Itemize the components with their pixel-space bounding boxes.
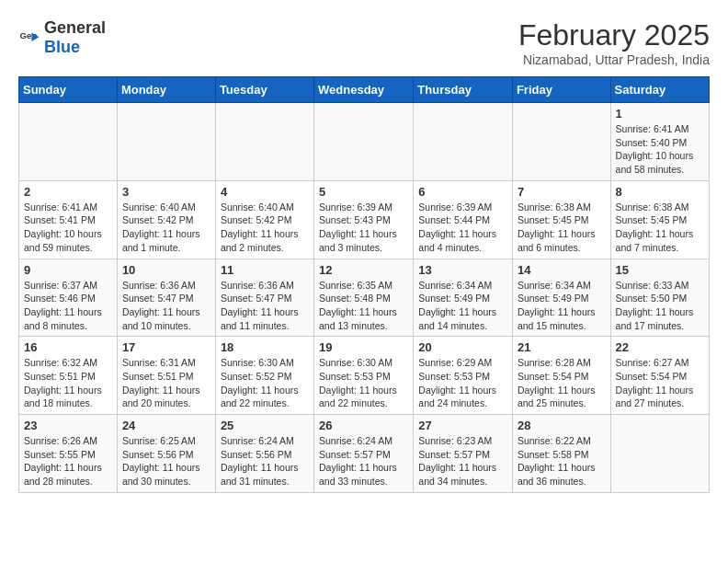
calendar-cell <box>117 103 215 181</box>
day-info: Sunrise: 6:22 AM Sunset: 5:58 PM Dayligh… <box>518 434 606 488</box>
day-number: 5 <box>319 185 408 199</box>
calendar-cell: 20Sunrise: 6:29 AM Sunset: 5:53 PM Dayli… <box>414 337 513 415</box>
calendar-cell: 27Sunrise: 6:23 AM Sunset: 5:57 PM Dayli… <box>414 415 513 493</box>
calendar-week-row: 16Sunrise: 6:32 AM Sunset: 5:51 PM Dayli… <box>19 337 710 415</box>
day-info: Sunrise: 6:34 AM Sunset: 5:49 PM Dayligh… <box>418 279 507 333</box>
day-number: 6 <box>418 185 507 199</box>
day-number: 9 <box>24 263 112 277</box>
calendar-week-row: 1Sunrise: 6:41 AM Sunset: 5:40 PM Daylig… <box>19 103 710 181</box>
day-number: 27 <box>418 419 507 432</box>
day-number: 4 <box>221 185 309 199</box>
day-number: 22 <box>616 340 704 354</box>
calendar-week-row: 9Sunrise: 6:37 AM Sunset: 5:46 PM Daylig… <box>19 259 710 337</box>
day-number: 21 <box>518 340 606 354</box>
day-number: 13 <box>418 263 507 277</box>
calendar-week-row: 23Sunrise: 6:26 AM Sunset: 5:55 PM Dayli… <box>19 415 710 493</box>
calendar-cell: 15Sunrise: 6:33 AM Sunset: 5:50 PM Dayli… <box>610 259 709 337</box>
day-number: 8 <box>616 185 704 199</box>
calendar-cell <box>19 103 118 181</box>
calendar-table: SundayMondayTuesdayWednesdayThursdayFrid… <box>18 76 710 493</box>
calendar-cell: 4Sunrise: 6:40 AM Sunset: 5:42 PM Daylig… <box>215 180 313 259</box>
page-header: Gen General Blue February 2025 Nizamabad… <box>18 18 710 67</box>
calendar-header-saturday: Saturday <box>610 77 709 103</box>
calendar-cell <box>414 103 513 181</box>
day-info: Sunrise: 6:30 AM Sunset: 5:53 PM Dayligh… <box>319 356 408 410</box>
calendar-cell: 13Sunrise: 6:34 AM Sunset: 5:49 PM Dayli… <box>414 259 513 337</box>
day-info: Sunrise: 6:30 AM Sunset: 5:52 PM Dayligh… <box>221 356 309 410</box>
day-info: Sunrise: 6:41 AM Sunset: 5:41 PM Dayligh… <box>24 201 112 255</box>
day-info: Sunrise: 6:35 AM Sunset: 5:48 PM Dayligh… <box>319 279 408 333</box>
calendar-cell: 1Sunrise: 6:41 AM Sunset: 5:40 PM Daylig… <box>610 103 709 181</box>
calendar-cell: 9Sunrise: 6:37 AM Sunset: 5:46 PM Daylig… <box>19 259 118 337</box>
day-number: 19 <box>319 340 408 354</box>
calendar-cell: 26Sunrise: 6:24 AM Sunset: 5:57 PM Dayli… <box>314 415 414 493</box>
day-info: Sunrise: 6:26 AM Sunset: 5:55 PM Dayligh… <box>24 434 112 488</box>
calendar-header-sunday: Sunday <box>19 77 118 103</box>
day-number: 24 <box>122 419 210 432</box>
calendar-header-wednesday: Wednesday <box>314 77 414 103</box>
day-info: Sunrise: 6:39 AM Sunset: 5:43 PM Dayligh… <box>319 201 408 255</box>
calendar-cell: 7Sunrise: 6:38 AM Sunset: 5:45 PM Daylig… <box>512 180 610 259</box>
calendar-cell: 14Sunrise: 6:34 AM Sunset: 5:49 PM Dayli… <box>512 259 610 337</box>
day-number: 17 <box>122 340 210 354</box>
calendar-header-thursday: Thursday <box>414 77 513 103</box>
calendar-cell: 18Sunrise: 6:30 AM Sunset: 5:52 PM Dayli… <box>215 337 313 415</box>
calendar-cell <box>314 103 414 181</box>
calendar-cell: 28Sunrise: 6:22 AM Sunset: 5:58 PM Dayli… <box>512 415 610 493</box>
calendar-header-monday: Monday <box>117 77 215 103</box>
calendar-cell <box>610 415 709 493</box>
calendar-cell: 11Sunrise: 6:36 AM Sunset: 5:47 PM Dayli… <box>215 259 313 337</box>
logo: Gen General Blue <box>18 18 106 57</box>
calendar-cell: 16Sunrise: 6:32 AM Sunset: 5:51 PM Dayli… <box>19 337 118 415</box>
calendar-cell: 24Sunrise: 6:25 AM Sunset: 5:56 PM Dayli… <box>117 415 215 493</box>
day-number: 14 <box>518 263 606 277</box>
day-number: 20 <box>418 340 507 354</box>
day-number: 1 <box>616 107 704 121</box>
day-number: 23 <box>24 419 112 432</box>
day-info: Sunrise: 6:31 AM Sunset: 5:51 PM Dayligh… <box>122 356 210 410</box>
calendar-cell: 10Sunrise: 6:36 AM Sunset: 5:47 PM Dayli… <box>117 259 215 337</box>
day-number: 18 <box>221 340 309 354</box>
day-number: 16 <box>24 340 112 354</box>
day-info: Sunrise: 6:24 AM Sunset: 5:56 PM Dayligh… <box>221 434 309 488</box>
location-subtitle: Nizamabad, Uttar Pradesh, India <box>518 52 710 67</box>
calendar-cell: 19Sunrise: 6:30 AM Sunset: 5:53 PM Dayli… <box>314 337 414 415</box>
day-number: 12 <box>319 263 408 277</box>
calendar-header-tuesday: Tuesday <box>215 77 313 103</box>
day-number: 28 <box>518 419 606 432</box>
day-info: Sunrise: 6:25 AM Sunset: 5:56 PM Dayligh… <box>122 434 210 488</box>
day-number: 15 <box>616 263 704 277</box>
day-info: Sunrise: 6:36 AM Sunset: 5:47 PM Dayligh… <box>221 279 309 333</box>
calendar-cell <box>215 103 313 181</box>
day-number: 10 <box>122 263 210 277</box>
day-info: Sunrise: 6:33 AM Sunset: 5:50 PM Dayligh… <box>616 279 704 333</box>
day-number: 26 <box>319 419 408 432</box>
day-info: Sunrise: 6:40 AM Sunset: 5:42 PM Dayligh… <box>122 201 210 255</box>
day-info: Sunrise: 6:41 AM Sunset: 5:40 PM Dayligh… <box>616 122 704 177</box>
logo-icon: Gen <box>18 27 40 49</box>
day-number: 7 <box>518 185 606 199</box>
calendar-cell: 23Sunrise: 6:26 AM Sunset: 5:55 PM Dayli… <box>19 415 118 493</box>
day-info: Sunrise: 6:24 AM Sunset: 5:57 PM Dayligh… <box>319 434 408 488</box>
month-title: February 2025 <box>518 18 710 52</box>
calendar-cell: 21Sunrise: 6:28 AM Sunset: 5:54 PM Dayli… <box>512 337 610 415</box>
day-info: Sunrise: 6:38 AM Sunset: 5:45 PM Dayligh… <box>616 201 704 255</box>
calendar-cell: 8Sunrise: 6:38 AM Sunset: 5:45 PM Daylig… <box>610 180 709 259</box>
day-info: Sunrise: 6:34 AM Sunset: 5:49 PM Dayligh… <box>518 279 606 333</box>
calendar-cell: 25Sunrise: 6:24 AM Sunset: 5:56 PM Dayli… <box>215 415 313 493</box>
title-block: February 2025 Nizamabad, Uttar Pradesh, … <box>518 18 710 67</box>
day-info: Sunrise: 6:27 AM Sunset: 5:54 PM Dayligh… <box>616 356 704 410</box>
calendar-cell: 17Sunrise: 6:31 AM Sunset: 5:51 PM Dayli… <box>117 337 215 415</box>
logo-general: General <box>44 18 106 37</box>
day-info: Sunrise: 6:32 AM Sunset: 5:51 PM Dayligh… <box>24 356 112 410</box>
calendar-week-row: 2Sunrise: 6:41 AM Sunset: 5:41 PM Daylig… <box>19 180 710 259</box>
day-info: Sunrise: 6:28 AM Sunset: 5:54 PM Dayligh… <box>518 356 606 410</box>
day-info: Sunrise: 6:39 AM Sunset: 5:44 PM Dayligh… <box>418 201 507 255</box>
day-number: 2 <box>24 185 112 199</box>
calendar-header-friday: Friday <box>512 77 610 103</box>
day-number: 3 <box>122 185 210 199</box>
calendar-cell: 6Sunrise: 6:39 AM Sunset: 5:44 PM Daylig… <box>414 180 513 259</box>
day-info: Sunrise: 6:38 AM Sunset: 5:45 PM Dayligh… <box>518 201 606 255</box>
calendar-cell: 2Sunrise: 6:41 AM Sunset: 5:41 PM Daylig… <box>19 180 118 259</box>
day-info: Sunrise: 6:29 AM Sunset: 5:53 PM Dayligh… <box>418 356 507 410</box>
